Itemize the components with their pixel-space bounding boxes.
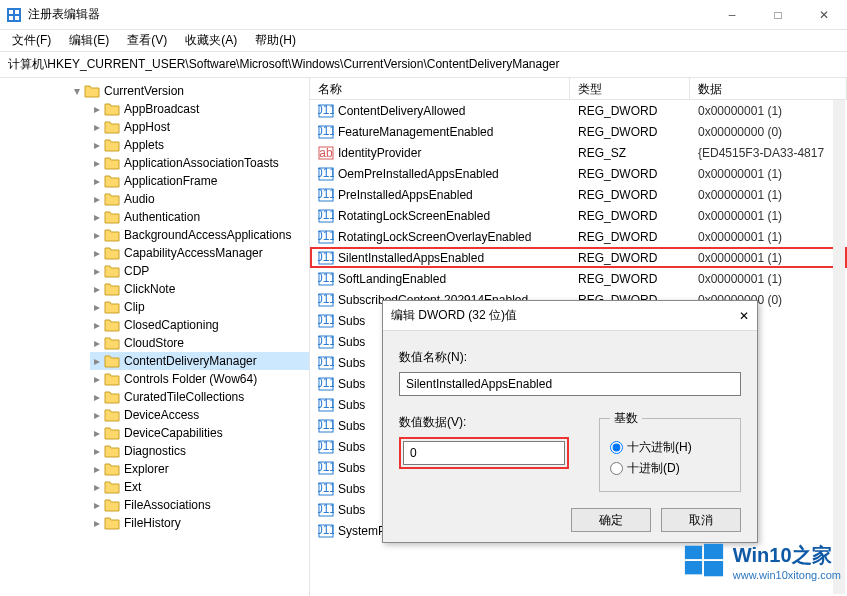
value-row[interactable]: 011RotatingLockScreenOverlayEnabled REG_… xyxy=(310,226,847,247)
folder-icon xyxy=(104,138,120,152)
tree-item[interactable]: ▸ Audio xyxy=(90,190,309,208)
value-data: 0x00000001 (1) xyxy=(690,102,847,120)
value-name: PreInstalledAppsEnabled xyxy=(338,188,473,202)
tree-item-label: CapabilityAccessManager xyxy=(124,246,263,260)
tree-item[interactable]: ▸ Controls Folder (Wow64) xyxy=(90,370,309,388)
tree-item[interactable]: ▸ Authentication xyxy=(90,208,309,226)
value-type: REG_DWORD xyxy=(570,123,690,141)
expand-icon[interactable]: ▸ xyxy=(90,354,104,368)
dialog-titlebar[interactable]: 编辑 DWORD (32 位)值 ✕ xyxy=(383,301,757,331)
col-name[interactable]: 名称 xyxy=(310,78,570,99)
expand-icon[interactable]: ▸ xyxy=(90,264,104,278)
tree-item[interactable]: ▸ ContentDeliveryManager xyxy=(90,352,309,370)
tree-pane[interactable]: ▾ CurrentVersion ▸ AppBroadcast▸ AppHost… xyxy=(0,78,310,596)
tree-item[interactable]: ▸ AppHost xyxy=(90,118,309,136)
tree-item-label: Explorer xyxy=(124,462,169,476)
svg-text:011: 011 xyxy=(318,334,334,348)
folder-icon xyxy=(104,390,120,404)
menu-help[interactable]: 帮助(H) xyxy=(247,30,304,51)
collapse-icon[interactable]: ▾ xyxy=(70,84,84,98)
folder-icon xyxy=(104,372,120,386)
expand-icon[interactable]: ▸ xyxy=(90,192,104,206)
tree-item[interactable]: ▸ ClickNote xyxy=(90,280,309,298)
value-name: ContentDeliveryAllowed xyxy=(338,104,465,118)
value-row[interactable]: 011FeatureManagementEnabled REG_DWORD 0x… xyxy=(310,121,847,142)
expand-icon[interactable]: ▸ xyxy=(90,462,104,476)
expand-icon[interactable]: ▸ xyxy=(90,408,104,422)
tree-item[interactable]: ▸ CuratedTileCollections xyxy=(90,388,309,406)
ok-button[interactable]: 确定 xyxy=(571,508,651,532)
expand-icon[interactable]: ▸ xyxy=(90,444,104,458)
menu-favorites[interactable]: 收藏夹(A) xyxy=(177,30,245,51)
tree-item[interactable]: ▸ AppBroadcast xyxy=(90,100,309,118)
value-row[interactable]: 011ContentDeliveryAllowed REG_DWORD 0x00… xyxy=(310,100,847,121)
col-data[interactable]: 数据 xyxy=(690,78,847,99)
tree-item[interactable]: ▸ Diagnostics xyxy=(90,442,309,460)
tree-item[interactable]: ▸ CapabilityAccessManager xyxy=(90,244,309,262)
tree-item[interactable]: ▸ Applets xyxy=(90,136,309,154)
expand-icon[interactable]: ▸ xyxy=(90,516,104,530)
expand-icon[interactable]: ▸ xyxy=(90,102,104,116)
radix-hex-radio[interactable] xyxy=(610,441,623,454)
radix-dec-radio[interactable] xyxy=(610,462,623,475)
value-row[interactable]: 011PreInstalledAppsEnabled REG_DWORD 0x0… xyxy=(310,184,847,205)
menu-view[interactable]: 查看(V) xyxy=(119,30,175,51)
tree-root[interactable]: ▾ CurrentVersion xyxy=(70,82,309,100)
expand-icon[interactable]: ▸ xyxy=(90,426,104,440)
value-row[interactable]: abIdentityProvider REG_SZ {ED4515F3-DA33… xyxy=(310,142,847,163)
menu-edit[interactable]: 编辑(E) xyxy=(61,30,117,51)
value-row[interactable]: 011SilentInstalledAppsEnabled REG_DWORD … xyxy=(310,247,847,268)
expand-icon[interactable]: ▸ xyxy=(90,210,104,224)
tree-root-label: CurrentVersion xyxy=(104,84,184,98)
menu-file[interactable]: 文件(F) xyxy=(4,30,59,51)
address-bar[interactable]: 计算机\HKEY_CURRENT_USER\Software\Microsoft… xyxy=(0,52,847,78)
svg-text:011: 011 xyxy=(318,229,334,243)
close-button[interactable]: ✕ xyxy=(801,0,847,30)
expand-icon[interactable]: ▸ xyxy=(90,138,104,152)
expand-icon[interactable]: ▸ xyxy=(90,246,104,260)
expand-icon[interactable]: ▸ xyxy=(90,174,104,188)
expand-icon[interactable]: ▸ xyxy=(90,480,104,494)
tree-item[interactable]: ▸ DeviceAccess xyxy=(90,406,309,424)
tree-item[interactable]: ▸ ApplicationFrame xyxy=(90,172,309,190)
tree-item[interactable]: ▸ Ext xyxy=(90,478,309,496)
scrollbar[interactable] xyxy=(833,100,845,594)
minimize-button[interactable]: – xyxy=(709,0,755,30)
folder-icon xyxy=(84,84,100,98)
tree-item[interactable]: ▸ ApplicationAssociationToasts xyxy=(90,154,309,172)
expand-icon[interactable]: ▸ xyxy=(90,282,104,296)
value-row[interactable]: 011RotatingLockScreenEnabled REG_DWORD 0… xyxy=(310,205,847,226)
value-name: Subs xyxy=(338,314,365,328)
value-row[interactable]: 011OemPreInstalledAppsEnabled REG_DWORD … xyxy=(310,163,847,184)
maximize-button[interactable]: □ xyxy=(755,0,801,30)
tree-item[interactable]: ▸ FileHistory xyxy=(90,514,309,532)
expand-icon[interactable]: ▸ xyxy=(90,372,104,386)
value-row[interactable]: 011SoftLandingEnabled REG_DWORD 0x000000… xyxy=(310,268,847,289)
tree-item[interactable]: ▸ CloudStore xyxy=(90,334,309,352)
value-data-input[interactable] xyxy=(403,441,565,465)
expand-icon[interactable]: ▸ xyxy=(90,156,104,170)
expand-icon[interactable]: ▸ xyxy=(90,336,104,350)
radix-dec[interactable]: 十进制(D) xyxy=(610,460,730,477)
radix-hex[interactable]: 十六进制(H) xyxy=(610,439,730,456)
expand-icon[interactable]: ▸ xyxy=(90,300,104,314)
expand-icon[interactable]: ▸ xyxy=(90,498,104,512)
dialog-close-icon[interactable]: ✕ xyxy=(739,309,749,323)
window-title: 注册表编辑器 xyxy=(28,6,709,23)
tree-item[interactable]: ▸ FileAssociations xyxy=(90,496,309,514)
tree-item[interactable]: ▸ ClosedCaptioning xyxy=(90,316,309,334)
tree-item[interactable]: ▸ DeviceCapabilities xyxy=(90,424,309,442)
tree-item[interactable]: ▸ BackgroundAccessApplications xyxy=(90,226,309,244)
cancel-button[interactable]: 取消 xyxy=(661,508,741,532)
expand-icon[interactable]: ▸ xyxy=(90,390,104,404)
radix-hex-label: 十六进制(H) xyxy=(627,439,692,456)
expand-icon[interactable]: ▸ xyxy=(90,318,104,332)
expand-icon[interactable]: ▸ xyxy=(90,120,104,134)
tree-item[interactable]: ▸ Explorer xyxy=(90,460,309,478)
tree-item[interactable]: ▸ CDP xyxy=(90,262,309,280)
value-name-input[interactable] xyxy=(399,372,741,396)
tree-item[interactable]: ▸ Clip xyxy=(90,298,309,316)
col-type[interactable]: 类型 xyxy=(570,78,690,99)
tree-item-label: ApplicationAssociationToasts xyxy=(124,156,279,170)
expand-icon[interactable]: ▸ xyxy=(90,228,104,242)
